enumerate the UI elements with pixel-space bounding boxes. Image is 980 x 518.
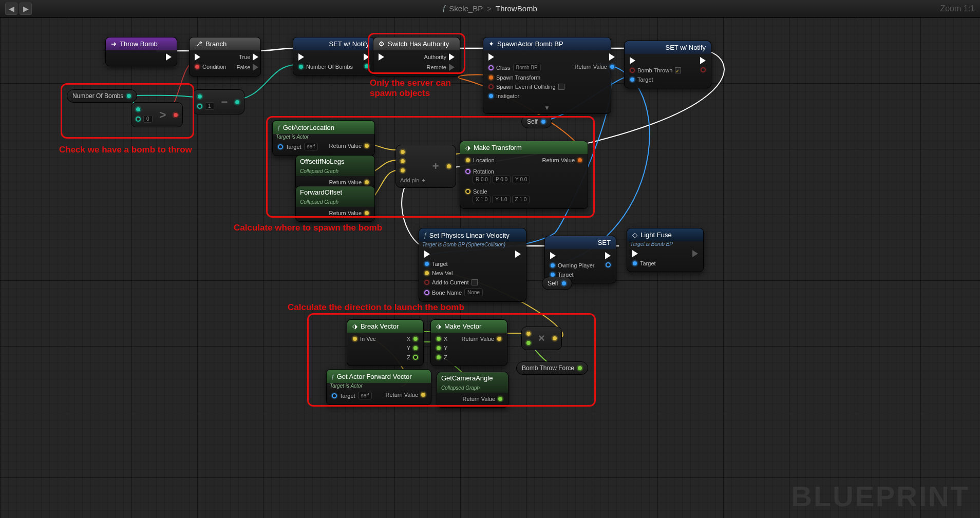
- node-title: Set Physics Linear Velocity: [429, 232, 510, 239]
- pin-label: Class: [496, 65, 511, 71]
- pin-label: Bomb Thrown: [637, 67, 672, 73]
- annotation-label: Calculate the direction to launch the bo…: [288, 302, 464, 313]
- node-subtitle: Target is Bomb BP: [627, 241, 703, 247]
- annotation-box-calc-spawn: [266, 116, 595, 218]
- pin-label: Return Value: [575, 64, 607, 70]
- event-icon: ◇: [632, 231, 637, 239]
- pin-label: Condition: [202, 64, 226, 70]
- node-title: Light Fuse: [640, 231, 672, 239]
- node-title: Throw Bomb: [120, 40, 158, 48]
- node-subtract[interactable]: 1 −: [193, 89, 244, 114]
- nav-back-button[interactable]: ◀: [5, 3, 17, 15]
- pin-value[interactable]: None: [464, 289, 483, 296]
- pin-label: Number Of Bombs: [306, 64, 353, 70]
- node-title: SET w/ Notify: [665, 44, 706, 51]
- annotation-box-calc-direction: [307, 313, 596, 407]
- node-title: SET: [598, 239, 611, 246]
- node-set-notify-bombs[interactable]: SET w/ Notify Number Of Bombs: [293, 37, 375, 75]
- pin-label: Bone Name: [432, 290, 462, 296]
- minus-icon: −: [218, 95, 231, 109]
- expand-icon[interactable]: ▼: [483, 104, 611, 113]
- graph-canvas[interactable]: ➜Throw Bomb ⎇Branch Condition True False…: [0, 17, 980, 518]
- watermark: BLUEPRINT: [791, 479, 970, 513]
- pin-value[interactable]: Bomb BP: [513, 64, 541, 71]
- pin-label: Owning Player: [558, 262, 595, 268]
- pin-label: Target: [637, 76, 653, 83]
- annotation-label: Only the server canspawn objects: [370, 78, 451, 99]
- pin-label: Spawn Even if Colliding: [496, 84, 556, 90]
- node-light-fuse[interactable]: ◇Light Fuse Target is Bomb BP Target: [627, 228, 704, 272]
- function-icon: f: [424, 231, 426, 239]
- annotation-box-check-bomb: [61, 83, 194, 139]
- spawn-icon: ✦: [488, 40, 494, 48]
- event-icon: ➜: [111, 40, 117, 48]
- nav-forward-button[interactable]: ▶: [20, 3, 32, 15]
- pin-label: Instigator: [496, 93, 519, 99]
- annotation-box-server: [368, 33, 465, 74]
- node-event-throw-bomb[interactable]: ➜Throw Bomb: [105, 37, 177, 66]
- node-title: Branch: [205, 40, 227, 48]
- function-icon: f: [443, 4, 445, 13]
- breadcrumb: f Skele_BP > ThrowBomb: [443, 4, 537, 13]
- pin-label: False: [236, 64, 250, 70]
- breadcrumb-blueprint[interactable]: Skele_BP: [449, 4, 483, 13]
- pin-value[interactable]: 1: [205, 102, 214, 110]
- zoom-label: Zoom 1:1: [940, 4, 975, 13]
- var-self-2[interactable]: Self: [542, 277, 572, 290]
- pin-label: New Vel: [432, 270, 453, 276]
- topbar: ◀ ▶ f Skele_BP > ThrowBomb Zoom 1:1: [0, 0, 980, 17]
- breadcrumb-separator: >: [487, 4, 492, 13]
- pin-label: Target: [432, 261, 448, 267]
- annotation-label: Check we have a bomb to throw: [59, 145, 192, 155]
- pin-label: Add to Current: [432, 279, 469, 285]
- node-spawn-actor[interactable]: ✦SpawnActor Bomb BP ClassBomb BP Spawn T…: [483, 37, 611, 114]
- pin-label: Spawn Transform: [496, 74, 540, 81]
- branch-icon: ⎇: [195, 40, 202, 48]
- annotation-label: Calculate where to spawn the bomb: [234, 223, 382, 233]
- node-subtitle: Target is Bomb BP (SphereCollision): [419, 242, 526, 247]
- node-title: SET w/ Notify: [329, 40, 369, 48]
- node-set-physics-velocity[interactable]: fSet Physics Linear Velocity Target is B…: [419, 228, 526, 302]
- var-label: Self: [548, 280, 558, 287]
- node-branch[interactable]: ⎇Branch Condition True False: [189, 37, 261, 76]
- breadcrumb-function[interactable]: ThrowBomb: [496, 4, 537, 13]
- node-set-notify-thrown[interactable]: SET w/ Notify Bomb Thrown Target: [624, 41, 711, 88]
- pin-label: True: [239, 54, 250, 60]
- pin-label: Target: [640, 260, 656, 266]
- node-title: SpawnActor Bomb BP: [497, 40, 563, 48]
